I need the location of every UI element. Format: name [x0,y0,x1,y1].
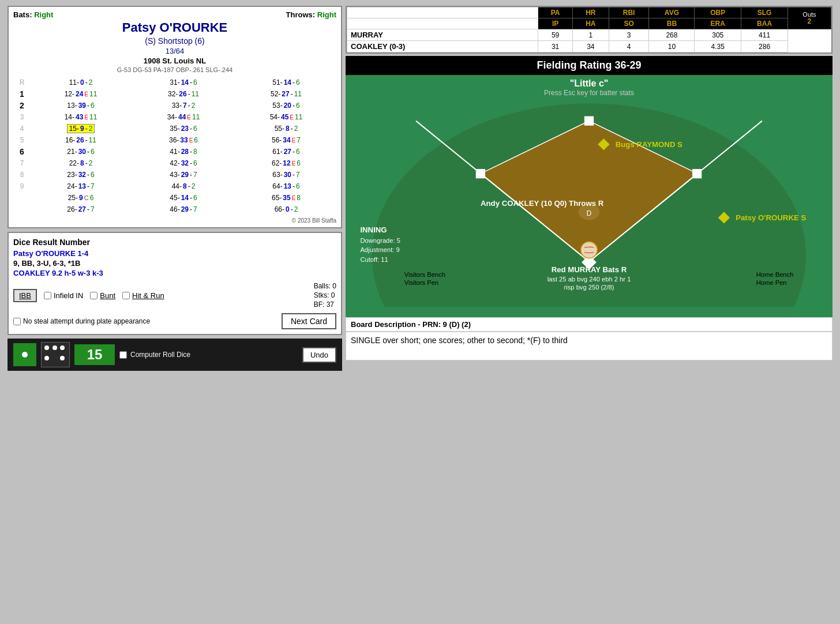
right-panel: PA HR RBI AVG OBP SLG Outs 2 IP [346,6,832,371]
result-entry: 13-39 - 6 [67,102,94,110]
results-columns: 11-0 - 2 31-14 - 6 51-14 - 6 [31,77,336,215]
result-entry: 42-32 - 6 [170,159,197,167]
result-col: 54-45E 11 [236,113,336,121]
th-empty [347,7,538,18]
no-steal-checkbox[interactable] [13,318,21,325]
ibb-button[interactable]: IBB [13,289,37,302]
hit-run-label[interactable]: Hit & Run [122,291,164,300]
result-entry: 16-26 - 11 [65,136,96,144]
row-numbers: R 1 2 3 4 5 6 7 8 9 [13,77,31,215]
th-rbi: RBI [609,7,649,18]
result-entry: 34-44E 11 [167,113,200,121]
player-position: (S) Shortstop (6) [13,36,336,46]
row-num-1: 1 [13,88,31,100]
batter-name-cell: MURRAY [347,29,538,41]
result-col: 22-8 - 2 [31,159,131,167]
throws-info: Throws: Right [286,10,336,19]
card-header: Bats: Right Throws: Right [13,10,336,19]
player-year-stats: G-53 DG-53 PA-187 OBP-.261 SLG-.244 [13,66,336,73]
dice-section: Dice Result Number Patsy O'ROURKE 1-4 9,… [7,232,342,335]
batter-stats-text: last 25 ab bvg 240 ebh 2 hr 1 [548,276,631,283]
bunt-label[interactable]: Bunt [90,291,115,300]
result-row-0: 11-0 - 2 31-14 - 6 51-14 - 6 [31,77,336,88]
adjustment-text: Adjustment: 9 [360,246,399,253]
result-entry: 26-27 - 7 [67,205,94,213]
result-col: 33-7 - 2 [133,102,234,110]
player-stats-line: 13/64 [13,47,336,55]
computer-roll-checkbox[interactable] [119,351,127,359]
outs-value: 2 [792,18,827,25]
inning-title-text: INNING [360,225,387,234]
copyright: © 2023 Bill Staffa [13,217,336,224]
result-col: 51-14 - 6 [236,78,336,87]
result-row-10: 25-9C6 45-14 - 6 65-35E8 [31,192,336,204]
batter-obp: 305 [695,29,741,41]
th-outs: Outs 2 [787,7,831,29]
balls-stks-display: Balls: 0 Stks: 0 BF: 37 [314,282,336,309]
row-num-4: 4 [13,123,31,134]
dice-player-name: Patsy O'ROURKE 1-4 [13,249,336,258]
raymond-label: Bugs RAYMOND S [616,140,682,149]
pitcher-bb: 10 [649,41,695,52]
orourke-label: Patsy O'ROURKE S [736,214,806,223]
row-num-5: 5 [13,134,31,146]
no-steal-label[interactable]: No steal attempt during plate appearance [13,317,150,325]
cutoff-text: Cutoff: 11 [360,256,388,263]
row-num-8: 8 [13,169,31,181]
result-col: 66-0 - 2 [236,205,336,213]
batter-risp-text: risp bvg 250 (2/8) [564,284,614,291]
board-description: Board Description - PRN: 9 (D) (2) [346,317,832,332]
row-num-9: 9 [13,181,31,192]
result-entry: 52-27 - 11 [271,90,302,98]
result-col: 35-23 - 6 [133,125,234,133]
downgrade-text: Downgrade: 5 [360,237,400,244]
dice-green-button[interactable] [13,343,36,366]
result-row-4: 15- 9 - 2 35-23 - 6 55-8 - 2 [31,123,336,134]
pitcher-era: 4.35 [695,41,741,52]
coakley-label: Andy COAKLEY (10 Q0) Throws R [481,199,604,208]
batter-info-text: Red MURRAY Bats R [552,265,627,274]
scoreboard: PA HR RBI AVG OBP SLG Outs 2 IP [346,6,832,54]
infield-in-label[interactable]: Infield IN [44,291,83,300]
result-col: 62-12E6 [236,159,336,167]
batter-row: MURRAY 59 1 3 268 305 411 [347,29,831,41]
result-col: 45-14 - 6 [133,194,234,202]
infield-in-checkbox[interactable] [44,292,51,299]
balls-display: Balls: 0 [314,282,336,290]
visitors-bench-text: Visitors Bench [404,271,445,278]
result-entry: 14-43E 11 [65,113,97,121]
svg-point-9 [581,242,597,258]
pitcher-ip: 31 [538,41,573,52]
pitcher-so: 4 [609,41,649,52]
dice-pitcher-text: COAKLEY 9.2 h-5 w-3 k-3 [13,269,336,277]
svg-rect-10 [692,169,702,178]
result-col: 14-43E 11 [31,113,131,121]
dice-title: Dice Result Number [13,238,336,247]
result-entry: 45-14 - 6 [170,194,197,202]
bunt-checkbox[interactable] [90,292,97,299]
result-col: 24-13 - 7 [31,182,131,190]
batter-pa: 59 [538,29,573,41]
result-row-1: 12-24E 11 32-26 - 11 52-27 - 11 [31,88,336,100]
hit-run-checkbox[interactable] [122,292,130,299]
result-col: 41-28 - 8 [133,148,234,156]
undo-button[interactable]: Undo [302,347,336,363]
result-entry: 64-13 - 6 [272,182,299,190]
left-panel: Bats: Right Throws: Right Patsy O'ROURKE… [7,6,342,371]
pitcher-baa: 286 [741,41,788,52]
result-col: 13-39 - 6 [31,102,131,110]
th-hr: HR [572,7,609,18]
next-card-button[interactable]: Next Card [282,313,336,329]
result-entry: 22-8 - 2 [69,159,93,167]
dice-five-button[interactable] [41,342,70,367]
result-col: 43-29 - 7 [133,171,234,179]
th-ha: HA [572,18,609,29]
pitcher-ha: 34 [572,41,609,52]
dice-dot-5 [60,356,65,360]
dice-number-display: 15 [74,344,115,365]
field-caption: "Little c" [346,75,832,89]
player-card: Bats: Right Throws: Right Patsy O'ROURKE… [7,6,342,228]
result-row-2: 13-39 - 6 33-7 - 2 53-20 - 6 [31,100,336,111]
th-avg: AVG [649,7,695,18]
result-entry: 62-12E6 [272,159,301,167]
